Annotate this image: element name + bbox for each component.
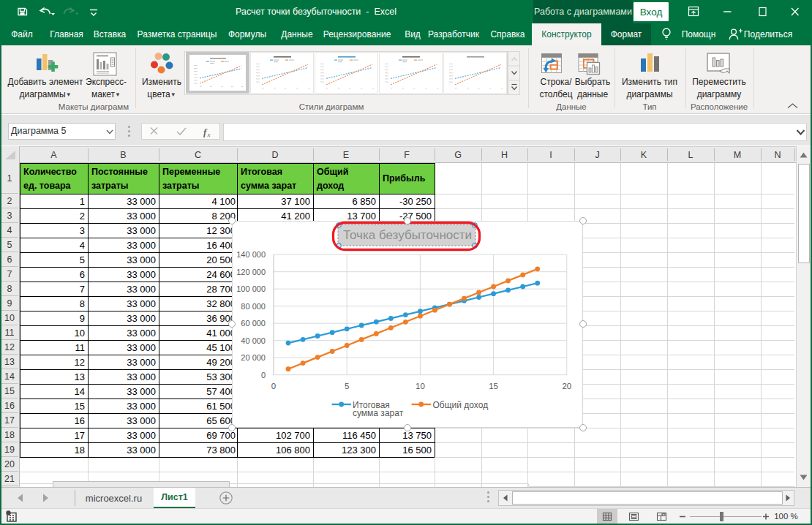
svg-text:60 000: 60 000	[241, 319, 266, 328]
svg-text:10: 10	[416, 382, 425, 390]
svg-text:сумма зарат: сумма зарат	[353, 408, 404, 418]
svg-text:0: 0	[261, 371, 266, 379]
svg-text:120 000: 120 000	[236, 268, 266, 276]
svg-text:0: 0	[271, 382, 276, 390]
svg-text:15: 15	[489, 382, 498, 390]
svg-text:20 000: 20 000	[241, 353, 266, 362]
svg-text:x: x	[207, 131, 211, 138]
svg-text:5: 5	[345, 382, 349, 390]
svg-text:140 000: 140 000	[236, 250, 266, 259]
svg-text:Общий доход: Общий доход	[433, 400, 489, 410]
svg-text:100 000: 100 000	[236, 284, 266, 293]
svg-text:40 000: 40 000	[241, 336, 266, 345]
svg-text:20: 20	[562, 382, 571, 390]
svg-text:80 000: 80 000	[241, 302, 266, 311]
svg-text:Точка безубыточности: Точка безубыточности	[343, 228, 472, 242]
